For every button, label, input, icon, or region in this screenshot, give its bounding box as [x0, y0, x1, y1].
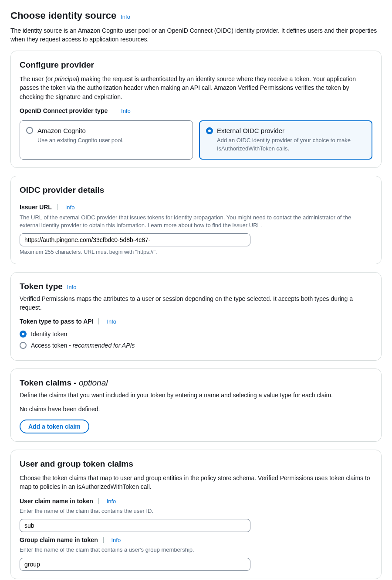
provider-type-label: OpenID Connect provider type — [20, 106, 108, 115]
info-link-issuer[interactable]: Info — [65, 204, 75, 211]
provider-external-sub: Add an OIDC identity provider of your ch… — [217, 136, 366, 153]
divider — [103, 537, 104, 543]
radio-icon — [20, 342, 27, 349]
divider — [98, 498, 99, 504]
configure-provider-title: Configure provider — [20, 59, 94, 71]
user-group-claims-desc: Choose the token claims that map to user… — [20, 474, 372, 491]
info-link-provider-type[interactable]: Info — [121, 108, 131, 114]
token-type-access-option[interactable]: Access token - recommended for APIs — [20, 341, 372, 350]
user-claim-label: User claim name in token — [20, 497, 93, 505]
user-claim-hint: Enter the name of the claim that contain… — [20, 507, 372, 515]
provider-external-title: External OIDC provider — [217, 126, 366, 136]
issuer-url-label: Issuer URL — [20, 203, 52, 212]
radio-icon — [26, 127, 33, 134]
provider-cognito-title: Amazon Cognito — [37, 126, 186, 136]
token-type-panel: Token type Info Verified Permissions map… — [10, 272, 382, 361]
token-claims-title: Token claims - optional — [20, 378, 108, 387]
issuer-url-desc: The URL of the external OIDC provider th… — [20, 214, 372, 230]
token-type-desc: Verified Permissions maps the attributes… — [20, 294, 372, 312]
issuer-url-hint: Maximum 255 characters. URL must begin w… — [20, 248, 372, 256]
token-claims-title-dash: - — [71, 378, 79, 387]
token-type-title: Token type — [20, 282, 63, 291]
token-type-identity-option[interactable]: Identity token — [20, 330, 372, 338]
token-type-field-label: Token type to pass to API — [20, 317, 94, 326]
group-claim-input[interactable] — [20, 558, 250, 571]
info-link-token-type-field[interactable]: Info — [107, 318, 116, 325]
configure-provider-panel: Configure provider The user (or principa… — [10, 51, 382, 167]
access-label-pre: Access token - — [31, 342, 73, 349]
divider — [57, 204, 57, 210]
configure-provider-desc: The user (or principal) making the reque… — [20, 75, 372, 101]
page-title: Choose identity source — [10, 9, 116, 23]
token-claims-empty: No claims have been defined. — [20, 405, 372, 413]
group-claim-label: Group claim name in token — [20, 536, 98, 544]
user-claim-input[interactable] — [20, 519, 250, 532]
provider-cognito-sub: Use an existing Cognito user pool. — [37, 136, 186, 145]
issuer-url-input[interactable] — [20, 233, 250, 246]
divider — [113, 108, 113, 114]
info-link-page[interactable]: Info — [121, 14, 130, 20]
info-link-user-claim[interactable]: Info — [107, 498, 116, 505]
token-claims-title-main: Token claims — [20, 378, 71, 387]
provider-option-external[interactable]: External OIDC provider Add an OIDC ident… — [199, 120, 372, 159]
token-claims-desc: Define the claims that you want included… — [20, 391, 372, 399]
info-link-token-type[interactable]: Info — [67, 284, 77, 290]
info-link-group-claim[interactable]: Info — [111, 537, 121, 543]
configure-provider-desc-em: principal — [54, 75, 77, 82]
group-claim-hint: Enter the name of the claim that contain… — [20, 546, 372, 554]
oidc-details-panel: OIDC provider details Issuer URL Info Th… — [10, 176, 382, 265]
user-group-claims-title: User and group token claims — [20, 458, 133, 470]
oidc-details-title: OIDC provider details — [20, 184, 104, 196]
configure-provider-desc-pre: The user (or — [20, 75, 54, 82]
user-group-claims-panel: User and group token claims Choose the t… — [10, 450, 382, 579]
radio-icon — [20, 331, 27, 338]
token-type-identity-label: Identity token — [31, 330, 67, 338]
token-claims-panel: Token claims - optional Define the claim… — [10, 368, 382, 442]
divider — [98, 318, 99, 324]
access-label-em: recommended for APIs — [73, 342, 135, 349]
page-description: The identity source is an Amazon Cognito… — [10, 26, 382, 44]
add-token-claim-button[interactable]: Add a token claim — [20, 420, 89, 433]
radio-icon — [206, 127, 213, 134]
provider-option-cognito[interactable]: Amazon Cognito Use an existing Cognito u… — [20, 120, 193, 159]
token-type-access-label: Access token - recommended for APIs — [31, 341, 135, 350]
token-claims-title-suffix: optional — [79, 378, 108, 387]
